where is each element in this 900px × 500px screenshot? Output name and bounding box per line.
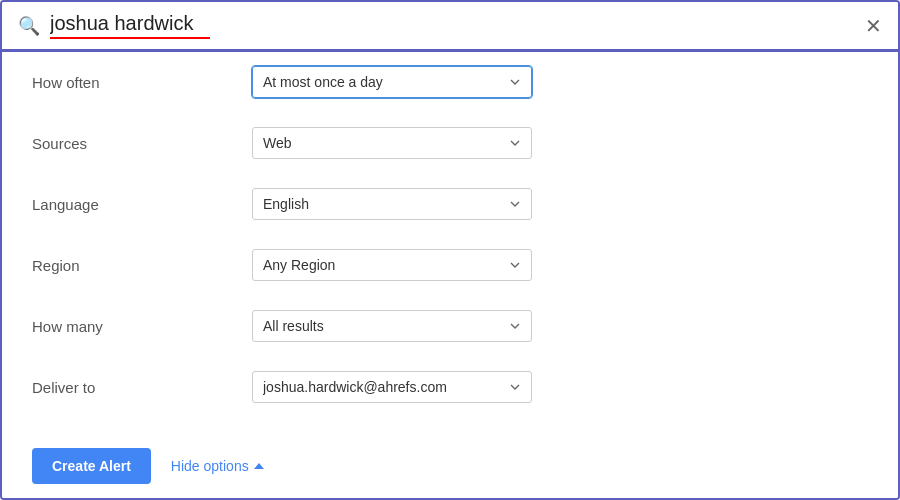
how-many-row: How many All results Only the best resul… <box>32 296 868 357</box>
how-often-select[interactable]: At most once a day At most once a week <box>252 66 532 98</box>
region-label: Region <box>32 257 252 274</box>
how-often-label: How often <box>32 74 252 91</box>
how-often-row: How often At most once a day At most onc… <box>32 52 868 113</box>
deliver-to-select[interactable]: joshua.hardwick@ahrefs.com <box>252 371 532 403</box>
sources-row: Sources Web News Blogs <box>32 113 868 174</box>
search-icon: 🔍 <box>18 15 40 37</box>
how-many-select[interactable]: All results Only the best results <box>252 310 532 342</box>
search-bar: 🔍 ✕ <box>2 2 898 52</box>
search-input[interactable] <box>50 12 855 35</box>
language-row: Language English Spanish French <box>32 174 868 235</box>
region-select[interactable]: Any Region United States United Kingdom <box>252 249 532 281</box>
options-area: How often At most once a day At most onc… <box>2 52 898 434</box>
hide-options-button[interactable]: Hide options <box>171 458 264 474</box>
deliver-to-label: Deliver to <box>32 379 252 396</box>
how-many-label: How many <box>32 318 252 335</box>
arrow-up-icon <box>254 463 264 469</box>
create-alert-button[interactable]: Create Alert <box>32 448 151 484</box>
deliver-to-row: Deliver to joshua.hardwick@ahrefs.com <box>32 357 868 418</box>
search-input-wrapper <box>50 12 855 39</box>
sources-label: Sources <box>32 135 252 152</box>
hide-options-label: Hide options <box>171 458 249 474</box>
search-underline <box>50 37 210 39</box>
footer-area: Create Alert Hide options <box>2 434 898 498</box>
close-button[interactable]: ✕ <box>865 16 882 36</box>
language-label: Language <box>32 196 252 213</box>
region-row: Region Any Region United States United K… <box>32 235 868 296</box>
language-select[interactable]: English Spanish French <box>252 188 532 220</box>
sources-select[interactable]: Web News Blogs <box>252 127 532 159</box>
main-container: 🔍 ✕ How often At most once a day At most… <box>0 0 900 500</box>
